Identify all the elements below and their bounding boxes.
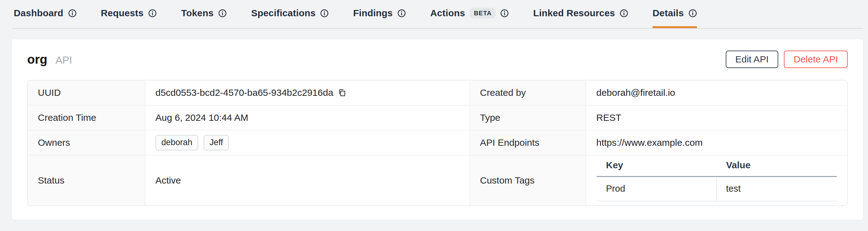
- custom-tags-table: Key Value Prod test: [597, 160, 837, 201]
- tab-findings-label: Findings: [353, 8, 393, 18]
- beta-badge: BETA: [470, 8, 496, 18]
- tab-details[interactable]: Details: [653, 0, 697, 28]
- details-table: UUID d5cd0553-bcd2-4570-ba65-934b2c2916d…: [27, 80, 848, 206]
- tab-dashboard-label: Dashboard: [14, 8, 63, 18]
- uuid-value: d5cd0553-bcd2-4570-ba65-934b2c2916da: [155, 87, 333, 98]
- api-endpoints-label: API Endpoints: [470, 130, 586, 155]
- tab-dashboard[interactable]: Dashboard: [14, 0, 76, 28]
- status-label: Status: [28, 155, 145, 205]
- custom-tags-header-row: Key Value: [597, 160, 837, 177]
- title-group: org API: [27, 52, 72, 67]
- owner-chip: Jeff: [204, 135, 229, 150]
- tags-value-header: Value: [717, 160, 837, 176]
- owner-chip: deborah: [155, 135, 198, 150]
- info-icon[interactable]: [320, 9, 329, 17]
- tags-key-header: Key: [597, 160, 717, 176]
- info-icon[interactable]: [688, 9, 697, 17]
- tab-tokens[interactable]: Tokens: [181, 0, 227, 28]
- tab-linked-resources[interactable]: Linked Resources: [533, 0, 628, 28]
- tab-requests[interactable]: Requests: [101, 0, 157, 28]
- api-name: org: [27, 52, 47, 67]
- owners-label: Owners: [28, 130, 145, 155]
- copy-icon[interactable]: [338, 88, 346, 98]
- tab-findings[interactable]: Findings: [353, 0, 406, 28]
- api-kind-label: API: [55, 54, 72, 66]
- tab-tokens-label: Tokens: [181, 8, 214, 18]
- uuid-label: UUID: [28, 81, 145, 106]
- tab-actions[interactable]: Actions BETA: [430, 0, 509, 28]
- tab-details-label: Details: [653, 8, 684, 18]
- delete-api-button[interactable]: Delete API: [784, 50, 848, 68]
- info-icon[interactable]: [148, 9, 157, 17]
- tab-actions-label: Actions: [430, 8, 465, 18]
- owners-cell: deborah Jeff: [145, 130, 470, 155]
- tab-requests-label: Requests: [101, 8, 144, 18]
- tab-specifications-label: Specifications: [251, 8, 315, 18]
- tab-specifications[interactable]: Specifications: [251, 0, 329, 28]
- info-icon[interactable]: [218, 9, 227, 17]
- custom-tags-label: Custom Tags: [470, 155, 586, 205]
- info-icon[interactable]: [620, 9, 628, 17]
- creation-time-value: Aug 6, 2024 10:44 AM: [145, 106, 470, 130]
- tag-value-cell: test: [717, 177, 837, 201]
- info-icon[interactable]: [68, 9, 76, 17]
- type-label: Type: [470, 106, 586, 130]
- creation-time-label: Creation Time: [28, 106, 145, 130]
- status-value: Active: [145, 155, 470, 205]
- api-details-card: org API Edit API Delete API UUID d5cd055…: [12, 39, 863, 220]
- uuid-cell: d5cd0553-bcd2-4570-ba65-934b2c2916da: [145, 81, 470, 106]
- tab-bar: Dashboard Requests Tokens Specifications…: [12, 0, 863, 29]
- api-endpoints-value: https://www.example.com: [586, 130, 847, 155]
- tab-linked-resources-label: Linked Resources: [533, 8, 615, 18]
- info-icon[interactable]: [500, 9, 509, 17]
- tag-key-cell: Prod: [597, 177, 717, 201]
- custom-tags-cell: Key Value Prod test: [586, 155, 847, 205]
- info-icon[interactable]: [397, 9, 406, 17]
- custom-tags-data-row: Prod test: [597, 177, 837, 201]
- card-header: org API Edit API Delete API: [27, 50, 848, 68]
- type-value: REST: [586, 106, 847, 130]
- created-by-value: deborah@firetail.io: [586, 81, 847, 106]
- header-buttons: Edit API Delete API: [726, 50, 848, 68]
- created-by-label: Created by: [470, 81, 586, 106]
- edit-api-button[interactable]: Edit API: [726, 50, 779, 68]
